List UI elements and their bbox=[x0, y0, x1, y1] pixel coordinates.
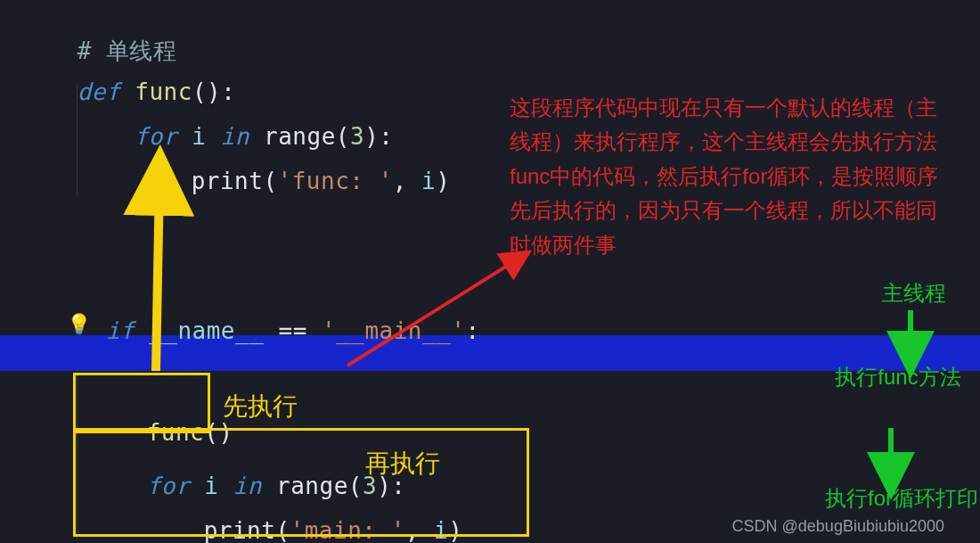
watermark: CSDN @debugBiubiubiu2000 bbox=[732, 517, 944, 536]
operator-eq: == bbox=[264, 317, 322, 344]
var-i: i bbox=[421, 168, 436, 194]
string: '__main__' bbox=[322, 317, 466, 344]
code-editor-viewport: # 单线程 def func(): for i in range(3): pri… bbox=[0, 0, 980, 543]
kw-if: if bbox=[106, 317, 135, 344]
annotation-explanation: 这段程序代码中现在只有一个默认的线程（主线程）来执行程序，这个主线程会先执行方法… bbox=[510, 91, 951, 262]
comma: , bbox=[393, 168, 407, 194]
paren: ) bbox=[436, 168, 450, 194]
flow-main-thread: 主线程 bbox=[882, 276, 946, 310]
highlight-box-func-call bbox=[73, 373, 210, 433]
flow-exec-for: 执行for循环打印 bbox=[821, 481, 980, 515]
string: 'func: ' bbox=[278, 168, 393, 194]
flow-exec-func: 执行func方法 bbox=[818, 360, 978, 394]
code-if-main: if __name__ == '__main__': bbox=[48, 291, 480, 371]
annotation-second-exec: 再执行 bbox=[365, 444, 440, 484]
annotation-first-exec: 先执行 bbox=[223, 387, 298, 427]
dunder-name: __name__ bbox=[149, 317, 264, 344]
builtin-print: print bbox=[192, 168, 264, 194]
paren: ( bbox=[263, 168, 277, 194]
colon: : bbox=[466, 317, 480, 344]
code-print-func: print('func: ', i) bbox=[134, 141, 450, 221]
highlight-box-for-loop bbox=[73, 428, 529, 537]
